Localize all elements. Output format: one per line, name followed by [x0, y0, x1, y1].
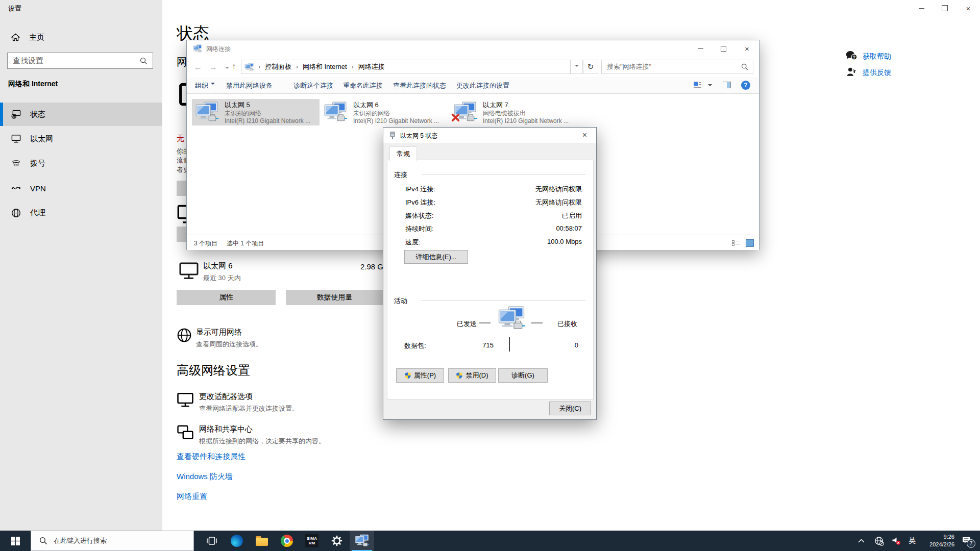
taskbar-search-input[interactable]: 在此键入进行搜索: [31, 531, 194, 551]
adapter-tile-ethernet5[interactable]: 以太网 5 未识别的网络 Intel(R) I210 Gigabit Netwo…: [192, 99, 320, 126]
network-connections-app-button[interactable]: [350, 531, 374, 551]
uac-shield-icon: [404, 372, 411, 379]
change-settings-command[interactable]: 更改此连接的设置: [456, 81, 509, 90]
group-divider: [422, 174, 585, 174]
sidebar-item-label: 以太网: [30, 134, 53, 144]
view-status-command[interactable]: 查看此连接的状态: [393, 81, 446, 90]
breadcrumb-control-panel[interactable]: 控制面板: [265, 62, 291, 71]
button-label: 禁用(D): [465, 371, 488, 380]
minimize-icon: [919, 8, 924, 9]
address-bar[interactable]: › 控制面板 › 网络和 Internet › 网络连接: [241, 60, 571, 74]
adapter-name: 以太网 6: [353, 101, 379, 110]
sharing-center-title[interactable]: 网络和共享中心: [199, 424, 253, 434]
tray-network-button[interactable]: [871, 531, 887, 551]
button-fragment[interactable]: [177, 181, 187, 196]
action-center-button[interactable]: 7: [962, 536, 972, 546]
show-networks-title[interactable]: 显示可用网络: [196, 328, 242, 337]
sidebar-item-home[interactable]: 主页: [0, 26, 162, 49]
data-usage-button[interactable]: 数据使用量: [286, 290, 383, 305]
adapter-tile-ethernet6[interactable]: 以太网 6 未识别的网络 Intel(R) I210 Gigabit Netwo…: [321, 99, 448, 126]
task-view-button[interactable]: [200, 531, 224, 551]
sidebar-item-vpn[interactable]: VPN: [0, 177, 162, 200]
file-explorer-button[interactable]: [250, 531, 274, 551]
explorer-search-input[interactable]: 搜索"网络连接": [601, 60, 753, 74]
maximize-button[interactable]: [933, 0, 957, 16]
location-adapter-icon: [244, 63, 254, 71]
settings-sidebar: 设置 主页 查找设置 网络和 Internet 状态 以太网 拨号 VPN 代理: [0, 0, 162, 531]
details-button[interactable]: 详细信息(E)...: [404, 250, 468, 264]
dialog-title-bar: 以太网 5 状态 ×: [383, 128, 596, 143]
search-icon: [140, 57, 148, 65]
sima-rm-app-button[interactable]: SIMA RM: [300, 531, 324, 551]
view-mode-dropdown-icon[interactable]: [708, 84, 712, 88]
minimize-button[interactable]: [689, 40, 712, 57]
row-value: 100.0 Mbps: [490, 238, 582, 245]
details-view-toggle-icon[interactable]: [732, 240, 740, 246]
icon-fragment: [177, 204, 187, 224]
adapter-device: Intel(R) I210 Gigabit Network ...: [483, 117, 569, 124]
diagnose-command[interactable]: 诊断这个连接: [293, 81, 333, 90]
tab-general[interactable]: 常规: [389, 146, 417, 161]
properties-button[interactable]: 属性: [177, 290, 276, 305]
sidebar-item-dialup[interactable]: 拨号: [0, 152, 162, 175]
edge-button[interactable]: [225, 531, 249, 551]
view-mode-icon[interactable]: [694, 82, 701, 89]
help-button[interactable]: ?: [741, 81, 750, 90]
back-button[interactable]: ←: [194, 63, 202, 72]
history-dropdown-icon[interactable]: [225, 67, 229, 71]
warning-text-fragment: 无: [177, 134, 186, 143]
diagnose-button[interactable]: 诊断(G): [498, 368, 548, 383]
get-help-link[interactable]: 获取帮助: [863, 52, 891, 61]
chrome-button[interactable]: [275, 531, 299, 551]
disable-device-command[interactable]: 禁用此网络设备: [226, 81, 273, 90]
chevron-up-icon: [858, 539, 865, 543]
close-dialog-button[interactable]: 关闭(C): [549, 402, 591, 415]
gear-icon: [331, 535, 342, 546]
sidebar-item-ethernet[interactable]: 以太网: [0, 127, 162, 151]
breadcrumb-network-connections[interactable]: 网络连接: [358, 62, 385, 71]
window-adapter-icon: [193, 44, 202, 53]
clock[interactable]: 9:26 2024/2/26: [918, 533, 954, 548]
chevron-down-icon: [575, 65, 579, 69]
maximize-button[interactable]: [712, 40, 735, 57]
disable-button[interactable]: 禁用(D): [448, 368, 496, 383]
adapter-icon: [195, 102, 218, 123]
received-label: 已接收: [557, 319, 577, 329]
forward-button[interactable]: →: [209, 63, 217, 72]
preview-pane-icon[interactable]: [723, 82, 731, 88]
adapter-tile-ethernet7[interactable]: 以太网 7 网络电缆被拔出 Intel(R) I210 Gigabit Netw…: [450, 99, 578, 126]
feedback-link[interactable]: 提供反馈: [863, 68, 891, 78]
dash-line: [479, 322, 491, 323]
refresh-button[interactable]: ↻: [583, 60, 598, 74]
settings-app-button[interactable]: [325, 531, 349, 551]
thumbnail-view-toggle-icon[interactable]: [746, 239, 754, 247]
up-button[interactable]: ↑: [232, 62, 236, 71]
close-button[interactable]: ×: [735, 40, 759, 57]
address-dropdown-button[interactable]: [571, 60, 583, 74]
sidebar-item-status[interactable]: 状态: [0, 103, 162, 126]
show-networks-desc: 查看周围的连接选项。: [196, 340, 262, 349]
search-icon: [741, 63, 748, 70]
close-button[interactable]: ×: [573, 128, 596, 143]
organize-menu[interactable]: 组织: [195, 81, 215, 90]
settings-search-input[interactable]: 查找设置: [7, 53, 153, 69]
link-network-reset[interactable]: 网络重置: [177, 492, 207, 502]
link-hardware-properties[interactable]: 查看硬件和连接属性: [177, 452, 246, 462]
button-fragment[interactable]: [177, 227, 187, 242]
link-windows-firewall[interactable]: Windows 防火墙: [177, 472, 233, 482]
adapter-options-desc: 查看网络适配器并更改连接设置。: [199, 404, 299, 413]
sidebar-item-proxy[interactable]: 代理: [0, 201, 162, 224]
sidebar-item-label: 拨号: [30, 159, 45, 168]
minimize-button[interactable]: [910, 0, 933, 16]
rename-command[interactable]: 重命名此连接: [343, 81, 383, 90]
close-button[interactable]: ×: [957, 0, 980, 16]
tray-expand-button[interactable]: [853, 531, 869, 551]
packets-divider: [509, 337, 510, 352]
start-button[interactable]: [0, 531, 31, 551]
adapter-options-title[interactable]: 更改适配器选项: [199, 392, 253, 402]
no-internet-globe-icon: [874, 536, 884, 546]
breadcrumb-network-internet[interactable]: 网络和 Internet: [303, 62, 347, 71]
properties-button[interactable]: 属性(P): [396, 368, 444, 383]
tray-volume-button[interactable]: [888, 531, 904, 551]
advanced-section-title: 高级网络设置: [177, 362, 250, 379]
